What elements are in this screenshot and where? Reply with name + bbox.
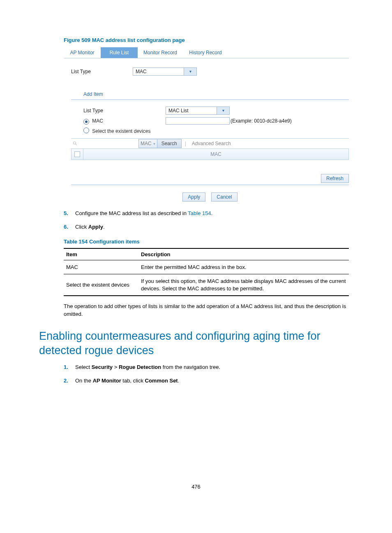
table-link[interactable]: Table 154 xyxy=(188,210,211,216)
tab-ap-monitor[interactable]: AP Monitor xyxy=(64,47,101,58)
mac-example-hint: (Example: 0010-dc28-a4e9) xyxy=(231,118,292,124)
svg-point-0 xyxy=(74,142,76,144)
inner-list-type-label: List Type xyxy=(83,108,166,114)
svg-line-1 xyxy=(76,144,77,145)
select-all-checkbox[interactable] xyxy=(71,149,83,160)
table-cell-item: Select the existent devices xyxy=(64,274,138,296)
tab-monitor-record[interactable]: Monitor Record xyxy=(138,47,183,58)
radio-checked-icon xyxy=(83,119,89,125)
advanced-search-link[interactable]: Advanced Search xyxy=(192,141,231,146)
mac-radio[interactable]: MAC xyxy=(83,118,166,124)
config-items-table: Item Description MACEnter the permitted … xyxy=(64,248,349,297)
inner-list-type-select[interactable]: MAC List ▾ xyxy=(166,107,230,115)
search-field-value: MAC xyxy=(141,141,152,146)
config-screenshot: AP Monitor Rule List Monitor Record Hist… xyxy=(64,47,349,204)
body-paragraph: The operation to add other types of list… xyxy=(64,303,349,318)
list-type-select[interactable]: MAC ▾ xyxy=(133,67,197,76)
search-field-select[interactable]: MAC ▾ xyxy=(138,139,157,148)
step-number: 6. xyxy=(64,223,75,231)
step-number: 2. xyxy=(64,377,75,385)
step-number: 1. xyxy=(64,364,75,371)
step-item: 1.Select Security > Rogue Detection from… xyxy=(64,364,353,371)
add-item-title[interactable]: Add Item xyxy=(83,91,349,99)
chevron-down-icon: ▾ xyxy=(184,68,196,75)
inner-list-type-value: MAC List xyxy=(166,107,217,114)
search-button[interactable]: Search xyxy=(157,139,182,148)
table-cell-desc: Enter the permitted MAC address in the b… xyxy=(138,260,349,274)
table-head-item: Item xyxy=(64,248,138,260)
select-devices-radio[interactable]: Select the existent devices xyxy=(83,127,150,134)
figure-caption: Figure 509 MAC address list configuratio… xyxy=(64,37,353,43)
list-type-value: MAC xyxy=(133,68,184,75)
table-row: MACEnter the permitted MAC address in th… xyxy=(64,260,349,274)
search-input[interactable] xyxy=(71,139,139,148)
table-cell-item: MAC xyxy=(64,260,138,274)
apply-button[interactable]: Apply xyxy=(182,192,205,202)
step-number: 5. xyxy=(64,210,75,218)
search-icon xyxy=(73,141,78,146)
tab-bar: AP Monitor Rule List Monitor Record Hist… xyxy=(64,47,349,58)
table-row: Select the existent devicesIf you select… xyxy=(64,274,349,296)
step-item: 6.Click Apply. xyxy=(64,223,353,231)
chevron-down-icon: ▾ xyxy=(217,107,229,114)
list-type-label: List Type xyxy=(71,69,133,74)
tab-rule-list[interactable]: Rule List xyxy=(101,47,138,58)
refresh-button[interactable]: Refresh xyxy=(321,174,349,183)
mac-radio-label: MAC xyxy=(92,118,103,124)
cancel-button[interactable]: Cancel xyxy=(211,192,237,202)
tab-history-record[interactable]: History Record xyxy=(183,47,228,58)
table-header-row: MAC xyxy=(71,149,349,160)
section-heading: Enabling countermeasures and configuring… xyxy=(39,329,353,358)
table-head-desc: Description xyxy=(138,248,349,260)
step-item: 5.Configure the MAC address list as desc… xyxy=(64,210,353,218)
radio-unchecked-icon xyxy=(83,127,89,133)
step-item: 2.On the AP Monitor tab, click Common Se… xyxy=(64,377,353,385)
table-caption: Table 154 Configuration items xyxy=(64,239,353,245)
mac-input[interactable] xyxy=(166,117,230,125)
select-devices-label: Select the existent devices xyxy=(92,128,150,134)
page-number: 476 xyxy=(39,484,353,490)
chevron-down-icon: ▾ xyxy=(153,141,155,146)
search-bar: MAC ▾ Search | Advanced Search xyxy=(71,138,349,149)
table-cell-desc: If you select this option, the MAC addre… xyxy=(138,274,349,296)
column-header-mac: MAC xyxy=(83,151,348,157)
